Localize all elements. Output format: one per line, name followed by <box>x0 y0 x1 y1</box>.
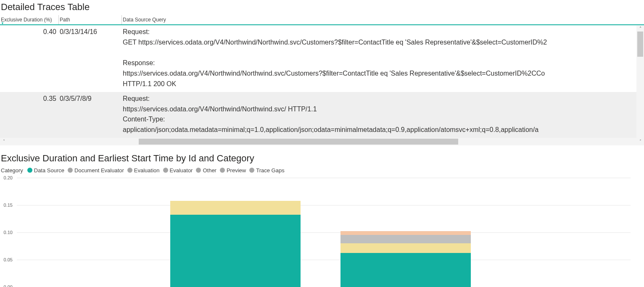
col-header-duration[interactable]: Exclusive Duration (%) ▼ <box>0 15 59 24</box>
sort-desc-icon: ▼ <box>1 21 4 25</box>
legend-swatch-icon <box>27 168 32 173</box>
col-header-path[interactable]: Path <box>59 15 122 24</box>
table-row[interactable]: 0.350/3/5/7/8/9Request: https://services… <box>0 92 644 138</box>
legend-heading: Category <box>1 167 23 174</box>
cell-query: Request: https://services.odata.org/V4/N… <box>122 92 644 138</box>
y-axis-tick: 0.00 <box>0 284 13 287</box>
col-header-duration-label: Exclusive Duration (%) <box>1 17 52 23</box>
legend-item[interactable]: Document Evaluator <box>68 167 124 174</box>
legend-item-label: Evaluation <box>134 167 160 174</box>
y-axis-tick: 0.10 <box>0 230 13 235</box>
vertical-scrollbar-thumb[interactable] <box>637 32 643 57</box>
chart-bar-segment <box>340 231 471 235</box>
chart-legend: Category Data SourceDocument EvaluatorEv… <box>0 166 644 178</box>
horizontal-scrollbar-thumb[interactable] <box>139 139 458 145</box>
table-header-row: Exclusive Duration (%) ▼ Path Data Sourc… <box>0 15 644 25</box>
horizontal-scrollbar[interactable]: ˂ ˃ <box>0 138 644 145</box>
chart-gridline <box>17 178 631 178</box>
legend-item-label: Preview <box>227 167 246 174</box>
legend-item-label: Document Evaluator <box>74 167 124 174</box>
chart-gridline <box>17 260 631 260</box>
page-title: Detailed Traces Table <box>0 0 644 15</box>
chart-area[interactable]: 0.000.050.100.150.20 2.23.8 <box>0 178 631 287</box>
legend-swatch-icon <box>249 168 254 173</box>
legend-swatch-icon <box>163 168 168 173</box>
y-axis-tick: 0.20 <box>0 175 13 180</box>
scroll-right-icon[interactable]: ˃ <box>636 138 644 145</box>
table-row[interactable]: 0.400/3/13/14/16Request: GET https://ser… <box>0 25 644 92</box>
cell-path: 0/3/5/7/8/9 <box>59 92 122 138</box>
vertical-scrollbar[interactable]: ˄ ˅ <box>636 26 644 143</box>
chart-bar-segment <box>170 201 301 215</box>
legend-swatch-icon <box>127 168 132 173</box>
legend-item[interactable]: Evaluator <box>163 167 193 174</box>
cell-path: 0/3/13/14/16 <box>59 25 122 92</box>
legend-item-label: Other <box>203 167 216 174</box>
legend-swatch-icon <box>196 168 201 173</box>
chart-gridline <box>17 205 631 205</box>
chart-bar-segment <box>340 235 471 243</box>
chart-y-axis: 0.000.050.100.150.20 <box>0 178 15 287</box>
cell-duration: 0.40 <box>0 25 59 92</box>
legend-item-label: Data Source <box>34 167 64 174</box>
cell-duration: 0.35 <box>0 92 59 138</box>
scroll-up-icon[interactable]: ˄ <box>636 26 644 32</box>
traces-table: Exclusive Duration (%) ▼ Path Data Sourc… <box>0 15 644 138</box>
chart-title: Exclusive Duration and Earliest Start Ti… <box>0 145 644 166</box>
chart-bar-segment <box>340 243 471 253</box>
legend-item[interactable]: Data Source <box>27 167 64 174</box>
chart-plot: 2.23.8 <box>17 178 631 287</box>
col-header-query[interactable]: Data Source Query <box>122 15 644 24</box>
scroll-left-icon[interactable]: ˂ <box>0 138 8 145</box>
legend-item[interactable]: Preview <box>220 167 246 174</box>
legend-item-label: Evaluator <box>170 167 193 174</box>
cell-query: Request: GET https://services.odata.org/… <box>122 25 644 92</box>
table-body: 0.400/3/13/14/16Request: GET https://ser… <box>0 25 644 138</box>
legend-swatch-icon <box>220 168 225 173</box>
legend-item-label: Trace Gaps <box>256 167 284 174</box>
legend-item[interactable]: Other <box>196 167 216 174</box>
legend-item[interactable]: Trace Gaps <box>249 167 284 174</box>
chart-bar-segment <box>170 215 301 287</box>
chart-bar-segment <box>340 253 471 287</box>
chart-gridline <box>17 232 631 233</box>
y-axis-tick: 0.15 <box>0 203 13 208</box>
legend-swatch-icon <box>68 168 73 173</box>
legend-item[interactable]: Evaluation <box>127 167 160 174</box>
y-axis-tick: 0.05 <box>0 257 13 262</box>
